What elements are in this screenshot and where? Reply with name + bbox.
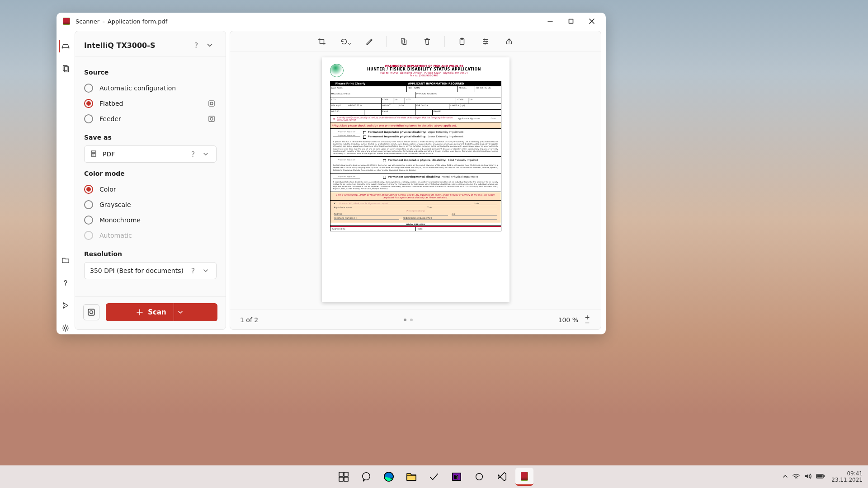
app-icon: [63, 18, 70, 25]
close-button[interactable]: [581, 14, 602, 28]
resolution-help-icon[interactable]: ?: [188, 266, 198, 276]
tray-wifi-icon[interactable]: [793, 473, 800, 481]
nav-help-icon[interactable]: [59, 277, 72, 289]
svg-point-13: [210, 117, 213, 120]
properties-button[interactable]: [479, 35, 492, 48]
source-option-auto[interactable]: Automatic configuration: [84, 80, 217, 96]
resolution-dropdown[interactable]: 350 DPI (Best for documents) ?: [84, 262, 217, 279]
svg-rect-33: [344, 472, 348, 476]
taskbar: N 09:41 23.11.2021: [0, 465, 868, 488]
zoom-value: 100 %: [558, 316, 578, 324]
taskbar-explorer[interactable]: [402, 468, 420, 486]
title-app-name: Scanner: [75, 18, 99, 25]
maximize-button[interactable]: [561, 14, 581, 28]
taskbar-app-circle[interactable]: [470, 468, 488, 486]
svg-point-11: [210, 102, 213, 105]
colormode-option-grayscale[interactable]: Grayscale: [84, 197, 217, 212]
radio-icon: [84, 99, 93, 108]
svg-rect-43: [824, 475, 825, 477]
taskbar-start[interactable]: [335, 468, 353, 486]
taskbar-todo[interactable]: [425, 468, 443, 486]
scan-settings-panel: IntelliQ TX3000-S ? Source Automatic con…: [75, 31, 226, 330]
agency-logo: [330, 64, 344, 77]
svg-rect-10: [209, 101, 214, 106]
page-dots[interactable]: [258, 319, 558, 321]
scanner-dropdown-icon[interactable]: [204, 39, 216, 51]
chevron-down-icon: [201, 266, 211, 276]
preview-viewport[interactable]: WASHINGTON DEPARTMENT OF FISH AND WILDLI…: [230, 52, 601, 310]
saveas-dropdown[interactable]: PDF ?: [84, 145, 217, 163]
scan-dropdown-icon[interactable]: [174, 303, 187, 321]
svg-rect-34: [339, 477, 343, 481]
svg-rect-38: [407, 476, 416, 480]
nav-pages-icon[interactable]: [59, 62, 72, 75]
source-preview-icon[interactable]: [207, 114, 217, 124]
saveas-help-icon[interactable]: ?: [188, 149, 198, 159]
svg-rect-12: [209, 116, 214, 122]
radio-icon: [84, 231, 93, 240]
nav-feedback-icon[interactable]: [59, 299, 72, 312]
scan-button-label: Scan: [148, 308, 166, 316]
copy-button[interactable]: [397, 35, 410, 48]
scanner-name: IntelliQ TX3000-S: [84, 41, 189, 50]
source-preview-icon[interactable]: [207, 99, 217, 108]
pdf-icon: [90, 150, 98, 158]
tray-battery-icon[interactable]: [816, 474, 825, 480]
svg-rect-1: [569, 19, 573, 23]
scanner-help-icon[interactable]: ?: [190, 39, 202, 51]
svg-rect-32: [339, 472, 343, 476]
crop-button[interactable]: [316, 35, 328, 48]
nav-settings-icon[interactable]: [59, 322, 72, 334]
preview-statusbar: 1 of 2 100 % + −: [230, 310, 601, 329]
scanner-window: Scanner - Application form.pdf IntelliQ …: [57, 13, 606, 334]
left-nav: [57, 30, 75, 334]
preview-panel: WASHINGTON DEPARTMENT OF FISH AND WILDLI…: [230, 31, 601, 330]
svg-rect-7: [64, 67, 68, 72]
system-tray: 09:41 23.11.2021: [783, 470, 863, 483]
title-document-name: Application form.pdf: [108, 18, 167, 25]
toolbar-divider: [444, 36, 445, 47]
svg-point-36: [363, 473, 370, 480]
title-separator: -: [102, 17, 105, 26]
titlebar: Scanner - Application form.pdf: [57, 13, 606, 30]
taskbar-edge[interactable]: [380, 468, 398, 486]
toolbar-divider: [386, 36, 387, 47]
taskbar-chat[interactable]: [357, 468, 375, 486]
preview-toolbar: [230, 31, 601, 52]
document-page: WASHINGTON DEPARTMENT OF FISH AND WILDLI…: [322, 57, 509, 302]
colormode-label: Color mode: [84, 170, 217, 177]
taskbar-scanner[interactable]: [515, 468, 533, 486]
paste-button[interactable]: [456, 35, 468, 48]
draw-button[interactable]: [363, 35, 375, 48]
radio-icon: [84, 114, 93, 123]
rotate-button[interactable]: [339, 35, 352, 48]
svg-point-8: [65, 285, 66, 285]
minimize-button[interactable]: [540, 14, 561, 28]
share-button[interactable]: [503, 35, 515, 48]
nav-scan-icon[interactable]: [59, 40, 71, 52]
colormode-option-color[interactable]: Color: [84, 182, 217, 197]
svg-text:N: N: [454, 474, 458, 480]
delete-button[interactable]: [421, 35, 434, 48]
nav-folder-icon[interactable]: [59, 254, 72, 267]
page-counter: 1 of 2: [240, 316, 258, 324]
tray-clock[interactable]: 09:41 23.11.2021: [831, 470, 863, 483]
preview-button[interactable]: [83, 304, 99, 320]
scan-button[interactable]: Scan: [106, 303, 217, 321]
tray-expand-icon[interactable]: [783, 474, 788, 480]
colormode-option-automatic: Automatic: [84, 228, 217, 243]
taskbar-visualstudio[interactable]: [493, 468, 511, 486]
radio-icon: [84, 200, 93, 209]
star-icon: ★: [333, 117, 335, 120]
source-option-flatbed[interactable]: Flatbed: [84, 96, 217, 111]
radio-icon: [84, 185, 93, 194]
tray-volume-icon[interactable]: [804, 473, 811, 481]
svg-point-19: [90, 311, 93, 314]
saveas-label: Save as: [84, 134, 217, 141]
svg-rect-44: [817, 475, 823, 477]
taskbar-onenote[interactable]: N: [448, 468, 466, 486]
colormode-option-monochrome[interactable]: Monochrome: [84, 212, 217, 228]
zoom-out-button[interactable]: −: [584, 320, 591, 325]
source-option-feeder[interactable]: Feeder: [84, 111, 217, 127]
chevron-down-icon: [201, 149, 211, 159]
